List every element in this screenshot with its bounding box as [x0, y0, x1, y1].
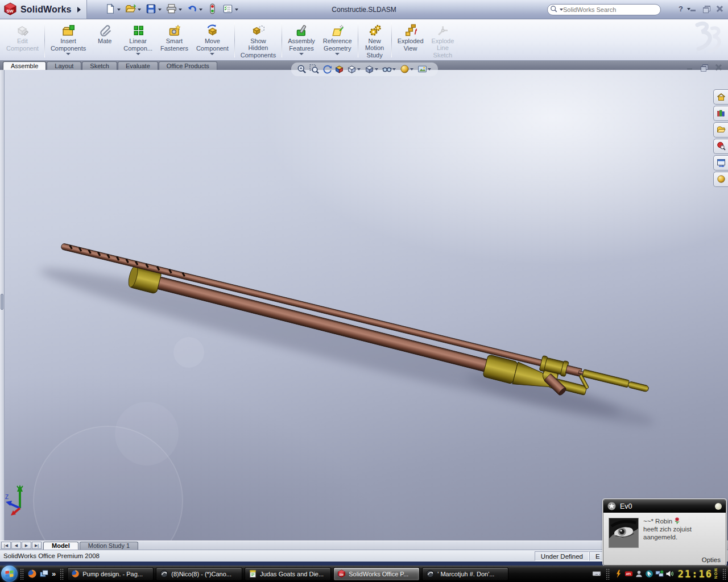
new-document-button[interactable]	[103, 2, 122, 16]
dropdown-caret-icon[interactable]	[199, 9, 202, 11]
tab-assemble[interactable]: Assemble	[3, 61, 46, 70]
task-pane-tab-appearances[interactable]	[713, 172, 728, 187]
tab-evaluate[interactable]: Evaluate	[118, 61, 158, 70]
quick-launch-overflow-chevron[interactable]: »	[50, 569, 57, 578]
child-restore-button[interactable]	[700, 64, 708, 71]
minimize-button[interactable]	[689, 5, 697, 13]
apply-scene-button[interactable]	[416, 64, 433, 76]
rose-icon	[674, 517, 680, 525]
taskbar-button[interactable]: Judas Goats and Die...	[245, 567, 331, 581]
firefox-quicklaunch-button[interactable]	[26, 569, 38, 579]
first-frame-button[interactable]: |◀	[1, 542, 11, 549]
smart-fasteners-button[interactable]: SmartFasteners	[156, 21, 192, 59]
child-close-button[interactable]	[714, 64, 722, 71]
undo-button[interactable]	[185, 2, 204, 16]
open-document-button[interactable]	[123, 2, 143, 16]
insert-components-button[interactable]: InsertComponents	[47, 21, 90, 59]
dropdown-caret-icon[interactable]	[66, 53, 71, 55]
child-minimize-button[interactable]	[686, 64, 694, 71]
network-tray-icon[interactable]	[655, 569, 664, 578]
dropdown-caret-icon[interactable]	[235, 9, 238, 11]
popup-header[interactable]: Ev0	[603, 500, 726, 513]
exploded-view-button[interactable]: ExplodedView	[394, 21, 428, 59]
last-frame-button[interactable]: ▶|	[32, 542, 42, 549]
zoom-to-area-button[interactable]	[308, 64, 320, 76]
view-orientation-button[interactable]	[346, 64, 363, 76]
new-motion-study-button[interactable]: NewMotionStudy	[360, 21, 390, 59]
linear-component-button[interactable]: LinearCompon...	[119, 21, 156, 59]
taskbar-button[interactable]: ' Marcotjuh #. Don'...	[422, 567, 508, 581]
task-pane-tab-solidworks-resources[interactable]	[713, 89, 728, 105]
task-pane-tab-view-palette[interactable]	[713, 155, 728, 171]
help-button[interactable]: ?	[679, 5, 683, 13]
dropdown-caret-icon[interactable]	[392, 68, 396, 70]
feature-tree-splitter[interactable]	[0, 70, 5, 541]
task-pane-tab-design-library[interactable]	[713, 106, 728, 121]
pump-tube-part[interactable]	[127, 264, 589, 402]
tray-grip[interactable]	[722, 568, 726, 580]
dropdown-caret-icon[interactable]	[117, 9, 121, 11]
dropdown-caret-icon[interactable]	[410, 68, 413, 70]
task-pane-tab-file-explorer[interactable]	[713, 122, 728, 138]
dropdown-caret-icon[interactable]	[357, 68, 361, 70]
hide-show-items-button[interactable]	[381, 64, 398, 76]
dropdown-caret-icon[interactable]	[428, 68, 431, 70]
dropdown-caret-icon[interactable]	[299, 53, 304, 55]
keyboard-icon[interactable]	[592, 569, 601, 579]
tab-model[interactable]: Model	[43, 542, 78, 550]
rebuild-icon	[207, 3, 218, 15]
display-style-button[interactable]	[363, 64, 380, 76]
taskbar-button[interactable]: SWSolidWorks Office P...	[333, 567, 420, 581]
voice-tray-icon[interactable]	[645, 569, 653, 578]
taskbar-grip[interactable]	[60, 568, 64, 580]
dropdown-caret-icon[interactable]	[375, 68, 378, 70]
taskbar-grip[interactable]	[20, 568, 24, 580]
audio-manager-tray-icon[interactable]	[614, 569, 623, 578]
move-component-button[interactable]: MoveComponent	[192, 21, 233, 59]
dropdown-caret-icon[interactable]	[158, 9, 162, 11]
dropdown-caret-icon[interactable]	[210, 53, 214, 55]
taskbar-button[interactable]: (8)Nico(8) - (*)Cano...	[156, 567, 242, 581]
search-input[interactable]	[563, 6, 656, 13]
assembly-features-button[interactable]: AssemblyFeatures	[284, 21, 319, 59]
tab-office-products[interactable]: Office Products	[159, 61, 217, 70]
tab-layout[interactable]: Layout	[47, 61, 81, 70]
section-view-button[interactable]	[333, 64, 345, 76]
volume-tray-icon[interactable]	[665, 569, 674, 578]
reference-geometry-button[interactable]: ReferenceGeometry	[319, 21, 356, 59]
print-document-button[interactable]	[164, 2, 184, 16]
popup-options-link[interactable]: Opties	[702, 556, 721, 563]
edit-appearance-button[interactable]	[399, 64, 416, 76]
restore-button[interactable]	[702, 5, 710, 13]
previous-frame-button[interactable]: ◀	[11, 542, 21, 549]
task-pane-tab-solidworks-search[interactable]	[713, 139, 728, 154]
splitter-grip[interactable]	[1, 294, 3, 310]
previous-view-button[interactable]	[321, 64, 333, 76]
dropdown-caret-icon[interactable]	[179, 9, 182, 11]
taskbar-clock[interactable]: 21:16 MON	[678, 568, 718, 580]
rebuild-button[interactable]	[205, 2, 220, 16]
options-button[interactable]	[221, 2, 240, 16]
tab-motion-study-1[interactable]: Motion Study 1	[80, 542, 138, 550]
tray-grip[interactable]	[606, 568, 610, 580]
dropdown-caret-icon[interactable]	[335, 53, 340, 55]
taskbar-button[interactable]: Pump design. - Pag...	[67, 567, 154, 581]
tab-sketch[interactable]: Sketch	[82, 61, 117, 70]
user-status-tray-icon[interactable]	[635, 569, 643, 578]
show-hidden-components-button[interactable]: ShowHiddenComponents	[237, 21, 280, 59]
assembly-model[interactable]	[0, 70, 728, 541]
dropdown-caret-icon[interactable]	[138, 9, 141, 11]
mate-button[interactable]: Mate	[90, 21, 119, 59]
next-frame-button[interactable]: ▶	[22, 542, 31, 549]
start-button[interactable]	[1, 566, 18, 582]
save-document-button[interactable]	[144, 2, 163, 16]
zoom-to-fit-button[interactable]	[296, 64, 308, 76]
popup-round-button[interactable]	[715, 503, 722, 510]
viewport-canvas[interactable]: Z	[0, 70, 728, 541]
menu-flyout-arrow-icon[interactable]	[77, 7, 81, 13]
show-desktop-quicklaunch-button[interactable]	[38, 569, 50, 579]
dropdown-caret-icon[interactable]	[136, 53, 140, 55]
ati-tray-icon[interactable]: ATI	[624, 569, 633, 578]
search-box[interactable]	[547, 4, 661, 15]
close-button[interactable]	[715, 5, 723, 13]
